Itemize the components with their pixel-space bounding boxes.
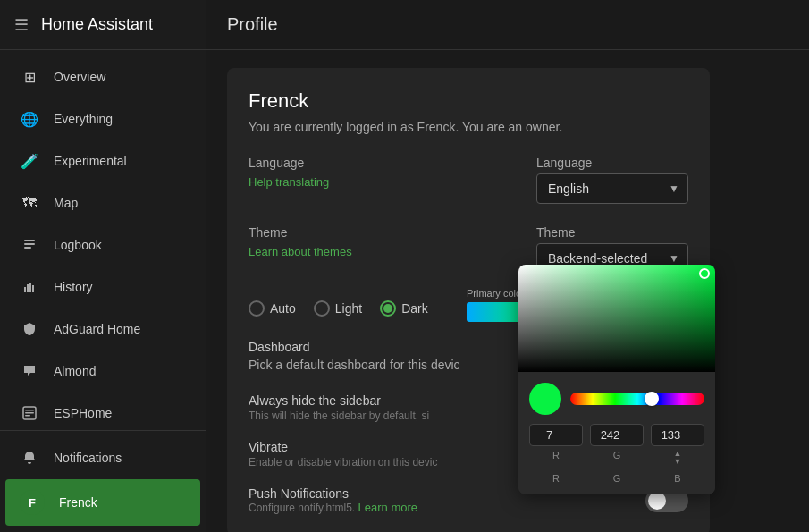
learn-more-link[interactable]: Learn more — [358, 501, 417, 514]
sidebar-bottom: Notifications F Frenck — [0, 430, 206, 532]
map-icon: 🗺 — [20, 193, 39, 213]
sidebar-label-notifications: Notifications — [54, 451, 122, 465]
sidebar-item-almond[interactable]: Almond — [5, 350, 200, 392]
vibrate-title: Vibrate — [249, 440, 437, 454]
svg-rect-10 — [25, 415, 30, 417]
page-title: Profile — [227, 14, 278, 35]
color-picker-popup: R G ▲ ▼ R G — [518, 265, 715, 494]
rgb-labels-row: R G B — [529, 471, 704, 484]
b-down-arrow[interactable]: ▼ — [674, 458, 682, 466]
sidebar-item-overview[interactable]: ⊞ Overview — [5, 56, 200, 97]
profile-description: You are currently logged in as Frenck. Y… — [249, 120, 688, 134]
language-dropdown-label: Language — [536, 156, 688, 170]
svg-rect-2 — [24, 247, 31, 249]
learn-about-themes-link[interactable]: Learn about themes — [249, 245, 352, 258]
overview-icon: ⊞ — [20, 67, 39, 87]
theme-light-label: Light — [335, 301, 362, 316]
theme-auto-label: Auto — [270, 301, 296, 316]
b-arrows: ▲ ▼ — [674, 450, 682, 466]
almond-icon — [20, 361, 39, 381]
b-input-col: ▲ ▼ — [651, 424, 704, 466]
theme-dropdown-label: Theme — [536, 225, 688, 240]
logbook-icon — [20, 235, 39, 255]
avatar: F — [20, 490, 45, 515]
color-picker-controls: R G ▲ ▼ R G — [518, 372, 715, 494]
sidebar-header: ☰ Home Assistant — [0, 0, 206, 50]
g-input[interactable] — [590, 424, 644, 446]
sidebar-item-everything[interactable]: 🌐 Everything — [5, 98, 200, 139]
radio-auto-indicator — [249, 300, 265, 317]
r-input[interactable] — [529, 424, 583, 446]
radio-light-indicator — [314, 300, 330, 317]
experimental-icon: 🧪 — [20, 151, 39, 171]
color-preview-row — [529, 383, 704, 415]
sidebar-item-notifications[interactable]: Notifications — [5, 437, 200, 478]
push-notif-section: Push Notifications Configure notify.html… — [249, 486, 417, 514]
theme-radio-auto[interactable]: Auto — [249, 300, 296, 317]
svg-rect-1 — [24, 243, 35, 245]
rgb-inputs: R G ▲ ▼ — [529, 424, 704, 466]
svg-rect-4 — [27, 284, 29, 292]
sidebar-nav: ⊞ Overview 🌐 Everything 🧪 Experimental 🗺… — [0, 50, 206, 430]
theme-radio-group: Auto Light Dark — [249, 300, 428, 317]
esphome-icon — [20, 403, 39, 423]
hue-slider-thumb — [645, 392, 659, 406]
hide-sidebar-desc: This will hide the sidebar by default, s… — [249, 410, 429, 422]
sidebar-label-history: History — [54, 280, 93, 294]
vibrate-section: Vibrate Enable or disable vibration on t… — [249, 440, 437, 469]
r-label-bottom: R — [529, 473, 583, 484]
language-dropdown-group: Language English ▼ — [536, 156, 688, 204]
language-title: Language — [249, 156, 329, 170]
sidebar-label-frenck: Frenck — [59, 495, 97, 510]
dashboard-desc: Pick a default dashboard for this devic — [249, 358, 460, 372]
theme-radio-dark[interactable]: Dark — [380, 300, 428, 317]
sidebar-item-history[interactable]: History — [5, 266, 200, 308]
sidebar-item-logbook[interactable]: Logbook — [5, 224, 200, 266]
r-label: R — [552, 450, 560, 460]
sidebar-label-almond: Almond — [54, 364, 96, 378]
sidebar-item-experimental[interactable]: 🧪 Experimental — [5, 140, 200, 182]
sidebar-label-overview: Overview — [54, 70, 105, 84]
theme-radio-light[interactable]: Light — [314, 300, 362, 317]
sidebar-label-logbook: Logbook — [54, 238, 102, 252]
theme-section: Theme Learn about themes — [249, 225, 352, 259]
dashboard-section: Dashboard Pick a default dashboard for t… — [249, 340, 460, 376]
sidebar-label-everything: Everything — [54, 112, 113, 126]
sidebar-label-esphome: ESPHome — [54, 406, 112, 420]
profile-name: Frenck — [249, 89, 688, 113]
main-content-area: Profile Frenck You are currently logged … — [206, 0, 809, 532]
b-label-bottom: B — [651, 473, 704, 484]
adguard-icon — [20, 319, 39, 339]
hamburger-icon[interactable]: ☰ — [14, 15, 29, 35]
help-translating-link[interactable]: Help translating — [249, 175, 329, 189]
language-select[interactable]: English — [536, 173, 688, 204]
color-preview-circle — [529, 383, 561, 415]
sidebar: ☰ Home Assistant ⊞ Overview 🌐 Everything… — [0, 0, 206, 532]
radio-dark-indicator — [380, 300, 396, 317]
sidebar-label-map: Map — [54, 196, 78, 210]
push-notif-desc: Configure notify.html5. Learn more — [249, 501, 417, 514]
svg-rect-3 — [24, 287, 26, 292]
sidebar-item-esphome[interactable]: ESPHome — [5, 393, 200, 430]
b-input[interactable] — [651, 424, 704, 446]
svg-rect-9 — [25, 412, 34, 414]
sidebar-item-map[interactable]: 🗺 Map — [5, 182, 200, 224]
theme-dark-label: Dark — [401, 301, 428, 316]
sidebar-item-adguard[interactable]: AdGuard Home — [5, 308, 200, 350]
g-label: G — [613, 450, 621, 460]
sidebar-item-frenck[interactable]: F Frenck — [5, 479, 200, 526]
color-picker-dot — [699, 268, 710, 279]
language-section: Language Help translating — [249, 156, 329, 190]
main-scroll-area: Frenck You are currently logged in as Fr… — [206, 50, 809, 532]
hide-sidebar-title: Always hide the sidebar — [249, 393, 429, 408]
sidebar-label-experimental: Experimental — [54, 154, 127, 168]
dashboard-title: Dashboard — [249, 340, 460, 354]
hide-sidebar-section: Always hide the sidebar This will hide t… — [249, 393, 429, 422]
svg-rect-5 — [29, 283, 31, 292]
hue-slider[interactable] — [570, 393, 704, 405]
color-gradient[interactable] — [518, 265, 715, 372]
push-notif-title: Push Notifications — [249, 486, 417, 501]
notifications-icon — [20, 448, 39, 468]
svg-rect-6 — [32, 285, 34, 292]
svg-rect-0 — [24, 240, 35, 241]
